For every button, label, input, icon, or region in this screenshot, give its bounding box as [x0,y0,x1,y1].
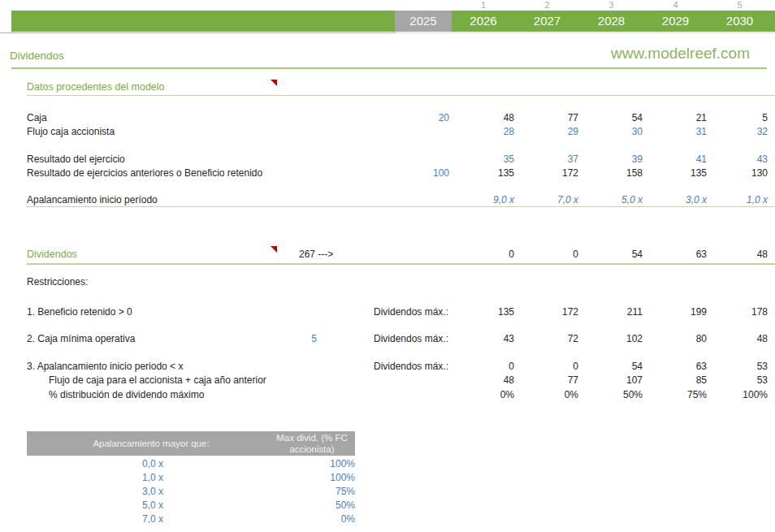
cell-re-2026[interactable]: 35 [462,153,514,166]
year-cell-2026[interactable]: 2026 [452,11,515,32]
table-row: 3,0 x 75% [27,485,355,499]
cell-br-2028[interactable]: 158 [591,167,643,179]
leverage-threshold-cell[interactable]: 1,0 x [27,471,279,485]
max-dividend-pct-cell[interactable]: 100% [277,457,358,471]
title-underline [11,67,767,69]
cell-r1-2028[interactable]: 211 [591,305,643,318]
cell-fca-2026[interactable]: 28 [462,125,514,138]
cell-re-2029[interactable]: 41 [655,153,707,166]
max-dividend-pct-cell[interactable]: 0% [277,513,358,526]
leverage-threshold-cell[interactable]: 5,0 x [27,499,279,513]
year-cell-2027[interactable]: 2027 [515,11,579,32]
year-cell-2029[interactable]: 2029 [643,11,708,32]
cell-re-2030[interactable]: 43 [716,153,768,166]
cell-r3-2029[interactable]: 63 [655,360,707,373]
cell-r3-2028[interactable]: 54 [591,360,643,373]
cell-ap-2026[interactable]: 9,0 x [462,193,514,206]
cell-fca-2028[interactable]: 30 [591,125,643,138]
cell-fca-2029[interactable]: 31 [655,125,707,138]
leverage-threshold-cell[interactable]: 7,0 x [27,513,279,526]
table-row: 5,0 x 50% [27,499,355,513]
period-index-1: 1 [452,0,515,10]
year-cell-2030[interactable]: 2030 [708,11,772,32]
table-row: Flujo de caja para el accionista + caja … [0,374,775,387]
cell-div-2028[interactable]: 54 [591,248,643,261]
row-label-apalancamiento-inicio: Apalancamiento inicio período [27,193,158,206]
cell-r2-2027[interactable]: 72 [526,332,578,345]
cell-div-2027[interactable]: 0 [526,248,578,261]
cell-r3-2027[interactable]: 0 [526,360,578,373]
section-underline [27,206,775,207]
cell-re-2028[interactable]: 39 [591,153,643,166]
cell-ap-2029[interactable]: 3,0 x [655,193,707,206]
cell-r3a-2027[interactable]: 77 [526,374,578,387]
year-cell-2028[interactable]: 2028 [579,11,643,32]
page-title: Dividendos [10,50,64,62]
table-row: 1. Beneficio retenido > 0 Dividendos máx… [0,305,775,318]
cell-r2-2026[interactable]: 43 [462,332,514,345]
cell-re-2027[interactable]: 37 [526,153,578,166]
cell-r3-2026[interactable]: 0 [462,360,514,373]
table-row: Resultado del ejercicio 35 37 39 41 43 [0,153,775,166]
max-dividend-pct-cell[interactable]: 50% [277,499,358,513]
cell-br-2027[interactable]: 172 [526,167,578,179]
cell-r3b-2030[interactable]: 100% [716,388,768,401]
cell-r1-2026[interactable]: 135 [462,305,514,318]
cell-r3a-2029[interactable]: 85 [655,374,707,387]
max-dividend-pct-cell[interactable]: 100% [277,471,358,485]
cell-r3b-2027[interactable]: 0% [526,388,578,401]
cell-r3b-2029[interactable]: 75% [655,388,707,401]
cell-ap-2027[interactable]: 7,0 x [526,193,578,206]
table-row: 0,0 x 100% [27,457,355,471]
cell-r2-2030[interactable]: 48 [716,332,768,345]
cell-r3b-2028[interactable]: 50% [591,388,643,401]
table-row: Dividendos 267 ---> 0 0 54 63 48 [0,248,775,261]
cell-caja-2028[interactable]: 54 [591,111,643,124]
cell-ap-2028[interactable]: 5,0 x [591,193,643,206]
row-label-flujo-caja-accionista: Flujo caja accionista [27,125,115,138]
cell-r3b-2026[interactable]: 0% [462,388,514,401]
website-link[interactable]: www.modelreef.com [611,45,750,63]
cell-r1-2030[interactable]: 178 [716,305,768,318]
cell-r3-2030[interactable]: 53 [716,360,768,373]
cell-div-2026[interactable]: 0 [462,248,514,261]
period-index-2: 2 [515,0,579,10]
cell-r3a-2030[interactable]: 53 [716,374,768,387]
cell-br-2026[interactable]: 135 [462,167,514,179]
cell-r3a-2028[interactable]: 107 [591,374,643,387]
cell-caja-2025[interactable]: 20 [397,111,449,124]
cell-r2-2028[interactable]: 102 [591,332,643,345]
cell-caja-2030[interactable]: 5 [716,111,768,124]
leverage-threshold-cell[interactable]: 0,0 x [27,457,279,471]
cell-r1-2029[interactable]: 199 [655,305,707,318]
row-label-pct-distribucion: % distribución de dividendo máximo [49,388,204,401]
cell-r3a-2026[interactable]: 48 [462,374,514,387]
cell-br-2029[interactable]: 135 [655,167,707,179]
cell-div-2029[interactable]: 63 [655,248,707,261]
cell-fca-2027[interactable]: 29 [526,125,578,138]
cell-r2-2029[interactable]: 80 [655,332,707,345]
leverage-table-header: Apalancamiento mayor que: Max divid. (% … [27,431,355,456]
min-cash-input-cell[interactable]: 5 [265,332,317,345]
section-title-model-data: Datos procedentes del modelo [27,80,165,93]
cell-r1-2027[interactable]: 172 [526,305,578,318]
cell-caja-2029[interactable]: 21 [655,111,707,124]
max-dividend-pct-cell[interactable]: 75% [277,485,358,499]
table-row: Apalancamiento inicio período 9,0 x 7,0 … [0,193,775,206]
cell-div-2030[interactable]: 48 [716,248,768,261]
row-label-restriction-2: 2. Caja mínima operativa [27,332,135,345]
cell-br-2030[interactable]: 130 [716,167,768,179]
cell-br-2025[interactable]: 100 [397,167,449,179]
restrictions-title: Restricciones: [27,275,88,288]
cell-ap-2030[interactable]: 1,0 x [716,193,768,206]
dividends-sheet: 1 2 3 4 5 2025 2026 2027 2028 2029 2030 … [0,0,775,532]
cell-caja-2027[interactable]: 77 [526,111,578,124]
row-label-caja: Caja [27,111,47,124]
cell-fca-2030[interactable]: 32 [716,125,768,138]
section-title-dividendos: Dividendos [27,248,77,261]
table-row: Caja 20 48 77 54 21 5 [0,111,775,124]
table-row: % distribución de dividendo máximo 0% 0%… [0,388,775,401]
cell-caja-2026[interactable]: 48 [462,111,514,124]
leverage-threshold-cell[interactable]: 3,0 x [27,485,279,499]
year-cell-2025[interactable]: 2025 [395,11,452,32]
